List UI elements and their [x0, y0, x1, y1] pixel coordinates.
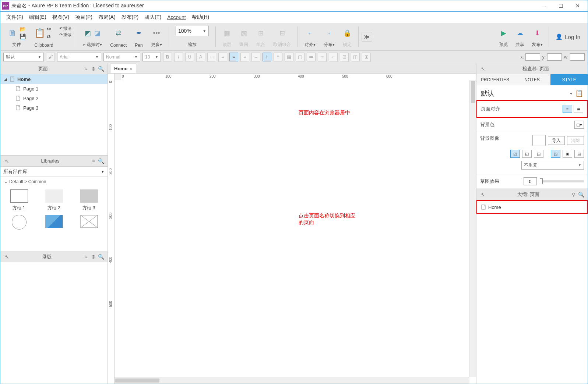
- bg-align-6[interactable]: ▤: [574, 150, 584, 158]
- bg-repeat-select[interactable]: 不重复▼: [521, 161, 584, 170]
- widget-placeholder[interactable]: [73, 215, 105, 230]
- open-file-icon[interactable]: 📂: [20, 26, 26, 33]
- widget-ellipse[interactable]: [3, 215, 35, 230]
- bg-image-import-button[interactable]: 导入: [548, 136, 565, 145]
- align-left-button[interactable]: ≡: [218, 53, 227, 61]
- style-preset-select[interactable]: 默认▼: [3, 53, 44, 61]
- toolbar-align-label[interactable]: 对齐▾: [304, 42, 316, 48]
- lock-icon[interactable]: 🔒: [343, 29, 351, 37]
- pages-search-icon[interactable]: 🔍: [97, 65, 105, 72]
- scrollbar-vertical[interactable]: [469, 80, 476, 377]
- widget-image[interactable]: [38, 215, 70, 230]
- menu-file[interactable]: 文件(F): [3, 13, 26, 22]
- bg-align-4[interactable]: ◳: [551, 150, 560, 158]
- collapse-icon[interactable]: ↖: [479, 65, 487, 72]
- menu-team[interactable]: 团队(T): [141, 13, 164, 22]
- sketch-slider[interactable]: [540, 180, 584, 182]
- canvas[interactable]: 页面内容在浏览器居中 点击页面名称切换到相应的页面: [115, 80, 476, 384]
- sketch-value-input[interactable]: [524, 177, 537, 185]
- valign-top-button[interactable]: ⫠: [251, 53, 260, 61]
- menu-publish[interactable]: 发布(P): [119, 13, 142, 22]
- bg-align-3[interactable]: ◲: [534, 150, 543, 158]
- copy-icon[interactable]: ⧉: [47, 33, 53, 40]
- outline-filter-icon[interactable]: ⚲: [570, 191, 577, 198]
- pages-add-page-icon[interactable]: ⊕: [90, 65, 97, 72]
- minimize-button[interactable]: ─: [535, 0, 552, 11]
- font-weight-select[interactable]: Normal▼: [103, 53, 140, 61]
- send-back-icon[interactable]: ▧: [240, 29, 248, 37]
- widget-box1[interactable]: 方框 1: [3, 189, 35, 211]
- outline-search-icon[interactable]: 🔍: [577, 191, 585, 198]
- paste-icon[interactable]: 📋: [34, 28, 45, 39]
- canvas-tab-home[interactable]: Home ×: [110, 64, 136, 73]
- menu-help[interactable]: 帮助(H): [189, 13, 212, 22]
- zoom-select[interactable]: 100%▼: [176, 26, 209, 36]
- page-item-home[interactable]: ◢ Home: [0, 74, 108, 84]
- select-intersect-icon[interactable]: ◩: [84, 29, 92, 37]
- login-button[interactable]: 👤 Log In: [551, 31, 585, 42]
- style-paint-icon[interactable]: 🖌: [46, 53, 55, 61]
- page-item-page2[interactable]: Page 2: [0, 93, 108, 103]
- bg-color-button[interactable]: ▢▾: [574, 121, 584, 129]
- masters-add-icon[interactable]: ⊕: [90, 253, 97, 260]
- more-icon[interactable]: •••: [152, 29, 161, 37]
- toolbar-select-label[interactable]: ⌐ 选择时▾: [83, 42, 102, 48]
- maximize-button[interactable]: ☐: [552, 0, 569, 11]
- toolbar-overflow-button[interactable]: ≫: [362, 32, 372, 42]
- select-contain-icon[interactable]: ◪: [93, 29, 101, 37]
- font-size-select[interactable]: 13▼: [142, 53, 161, 61]
- redo-button[interactable]: ↷ 重做: [59, 32, 71, 38]
- pen-icon[interactable]: ✒: [135, 29, 143, 37]
- bold-button[interactable]: B: [163, 53, 172, 61]
- style-preset-row[interactable]: 默认▼ 📋: [476, 85, 588, 100]
- bg-image-clear-button[interactable]: 清除: [567, 136, 584, 145]
- preview-icon[interactable]: ▶: [500, 29, 508, 37]
- menu-view[interactable]: 视图(V): [49, 13, 73, 22]
- collapse-icon[interactable]: ↖: [3, 253, 11, 260]
- page-item-page1[interactable]: Page 1: [0, 84, 108, 93]
- style-manage-icon[interactable]: 📋: [575, 89, 583, 97]
- widget-box3[interactable]: 方框 3: [73, 189, 105, 211]
- text-color-button[interactable]: A: [196, 53, 205, 61]
- library-category[interactable]: ⌄ Default > Common: [0, 177, 108, 186]
- libraries-menu-icon[interactable]: ≡: [90, 157, 97, 165]
- bg-align-5[interactable]: ▣: [563, 150, 572, 158]
- group-icon[interactable]: ⊞: [257, 29, 265, 37]
- underline-button[interactable]: U: [185, 53, 194, 61]
- menu-project[interactable]: 项目(P): [72, 13, 95, 22]
- expand-icon[interactable]: ◢: [4, 77, 9, 81]
- font-select[interactable]: Arial▼: [57, 53, 101, 61]
- border-sides-button[interactable]: ⊡: [340, 53, 349, 61]
- coord-w-input[interactable]: [570, 53, 585, 61]
- align-icon[interactable]: ⫟: [306, 29, 314, 37]
- widget-box2[interactable]: 方框 2: [38, 189, 70, 211]
- fill-color-button[interactable]: ▦: [285, 53, 293, 61]
- border-width-button[interactable]: ═: [307, 53, 316, 61]
- coord-y-input[interactable]: [547, 53, 562, 61]
- close-button[interactable]: ✕: [569, 0, 586, 11]
- border-style-button[interactable]: ┅: [318, 53, 327, 61]
- bg-align-1[interactable]: ◰: [510, 150, 520, 158]
- padding-button[interactable]: ⊞: [362, 53, 371, 61]
- toolbar-more-label[interactable]: 更多▾: [151, 42, 162, 48]
- masters-add-folder-icon[interactable]: ⤷: [82, 253, 90, 260]
- distribute-icon[interactable]: ⫞: [325, 29, 333, 37]
- page-align-left-button[interactable]: ≡: [563, 105, 572, 113]
- collapse-icon[interactable]: ↖: [3, 157, 11, 165]
- align-center-button[interactable]: ≡: [229, 53, 238, 61]
- masters-search-icon[interactable]: 🔍: [97, 253, 105, 260]
- publish-icon[interactable]: ⬇: [533, 29, 541, 37]
- libraries-search-icon[interactable]: 🔍: [97, 157, 105, 165]
- ungroup-icon[interactable]: ⊟: [278, 29, 286, 37]
- scrollbar-horizontal[interactable]: [115, 377, 469, 384]
- page-item-page3[interactable]: Page 3: [0, 103, 108, 113]
- inspector-tab-style[interactable]: STYLE: [550, 74, 588, 85]
- inspector-tab-properties[interactable]: PROPERTIES: [476, 74, 514, 85]
- toolbar-publish-label[interactable]: 发布▾: [532, 42, 543, 48]
- coord-x-input[interactable]: [525, 53, 540, 61]
- bring-front-icon[interactable]: ▦: [223, 29, 231, 37]
- italic-button[interactable]: I: [174, 53, 183, 61]
- save-file-icon[interactable]: 💾: [20, 33, 26, 40]
- pages-add-folder-icon[interactable]: ⤷: [82, 65, 90, 72]
- collapse-icon[interactable]: ↖: [479, 191, 487, 198]
